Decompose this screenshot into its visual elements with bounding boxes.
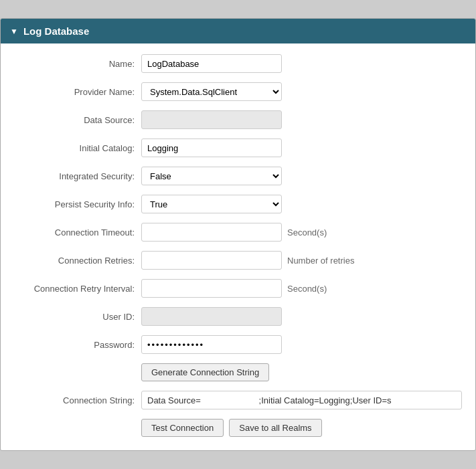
persist-security-label: Persist Security Info: — [14, 199, 141, 209]
connection-timeout-row: Connection Timeout: Second(s) — [14, 223, 462, 242]
user-id-input[interactable] — [141, 307, 282, 326]
panel-body: Name: Provider Name: System.Data.SqlClie… — [1, 43, 475, 450]
generate-row: Generate Connection String — [141, 363, 462, 381]
initial-catalog-label: Initial Catalog: — [14, 143, 141, 153]
chevron-icon: ▼ — [10, 27, 18, 36]
connection-retries-label: Connection Retries: — [14, 256, 141, 266]
generate-connection-string-button[interactable]: Generate Connection String — [141, 363, 269, 381]
persist-security-row: Persist Security Info: True False — [14, 195, 462, 213]
connection-retry-interval-label: Connection Retry Interval: — [14, 284, 141, 294]
password-row: Password: — [14, 335, 462, 354]
password-input[interactable] — [141, 335, 282, 354]
datasource-label: Data Source: — [14, 115, 141, 125]
connection-string-row: Connection String: — [14, 391, 462, 409]
name-input[interactable] — [141, 54, 282, 73]
name-label: Name: — [14, 59, 141, 69]
connection-retry-interval-suffix: Second(s) — [287, 284, 327, 294]
initial-catalog-input[interactable] — [141, 138, 282, 157]
log-database-panel: ▼ Log Database Name: Provider Name: Syst… — [0, 18, 476, 451]
connection-retry-interval-row: Connection Retry Interval: Second(s) — [14, 279, 462, 298]
integrated-security-label: Integrated Security: — [14, 171, 141, 181]
user-id-row: User ID: — [14, 307, 462, 326]
save-to-all-realms-button[interactable]: Save to all Realms — [229, 419, 321, 437]
connection-string-label: Connection String: — [14, 395, 141, 405]
initial-catalog-row: Initial Catalog: — [14, 138, 462, 157]
connection-timeout-input[interactable] — [141, 223, 282, 242]
connection-retries-row: Connection Retries: Number of retries — [14, 251, 462, 270]
name-row: Name: — [14, 54, 462, 73]
provider-row: Provider Name: System.Data.SqlClient — [14, 82, 462, 101]
connection-string-wrapper — [141, 391, 462, 409]
provider-select[interactable]: System.Data.SqlClient — [141, 82, 282, 101]
connection-string-input[interactable] — [141, 391, 462, 409]
connection-retries-input[interactable] — [141, 251, 282, 270]
persist-security-select[interactable]: True False — [141, 195, 282, 213]
user-id-label: User ID: — [14, 312, 141, 322]
integrated-security-row: Integrated Security: False True — [14, 167, 462, 185]
password-label: Password: — [14, 340, 141, 350]
connection-retries-suffix: Number of retries — [287, 256, 354, 266]
connection-retry-interval-input[interactable] — [141, 279, 282, 298]
connection-timeout-suffix: Second(s) — [287, 227, 327, 238]
connection-timeout-label: Connection Timeout: — [14, 227, 141, 238]
test-connection-button[interactable]: Test Connection — [141, 419, 224, 437]
integrated-security-select[interactable]: False True — [141, 167, 282, 185]
panel-title: Log Database — [23, 25, 89, 37]
datasource-row: Data Source: — [14, 110, 462, 129]
datasource-input[interactable] — [141, 110, 282, 129]
panel-header: ▼ Log Database — [1, 19, 475, 43]
action-buttons-row: Test Connection Save to all Realms — [141, 419, 462, 437]
provider-label: Provider Name: — [14, 87, 141, 97]
